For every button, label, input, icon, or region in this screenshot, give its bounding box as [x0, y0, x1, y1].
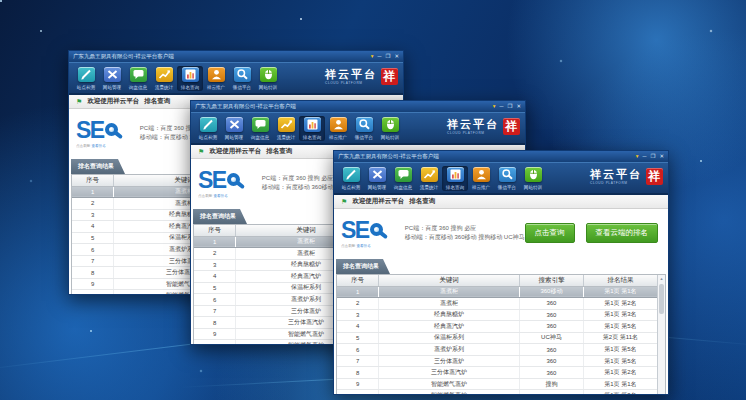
- table-row[interactable]: 5保温柜系列UC神马第2页 第11名: [337, 332, 657, 344]
- window-controls: ▾ ─ ❐ ✕: [371, 54, 399, 60]
- close-button[interactable]: ✕: [659, 154, 664, 160]
- table-row[interactable]: 7三分体蒸炉360第1页 第5名: [337, 355, 657, 367]
- toolbar-item-label: 询盘信息: [127, 84, 149, 90]
- scrollbar-thumb[interactable]: [659, 284, 664, 314]
- site-training-icon: [525, 167, 542, 182]
- cloud-rank-button[interactable]: 查看云端的排名: [586, 223, 659, 243]
- tab-rank-results[interactable]: 排名查询结果: [336, 259, 390, 274]
- table-cell: 8: [72, 267, 114, 279]
- table-row[interactable]: 10智能燃气蒸炉360第1页 第3名: [337, 390, 657, 395]
- toolbar-item-site-training[interactable]: 网站特训: [255, 66, 281, 91]
- toolbar-item-site-training[interactable]: 网站特训: [377, 116, 403, 141]
- table-cell: 三分体蒸炉: [379, 355, 520, 367]
- brand-subtitle: CLOUD PLATFORM: [325, 81, 377, 85]
- table-row[interactable]: 2蒸煮柜360第1页 第2名: [337, 298, 657, 310]
- table-cell: 经典蒸汽炉: [379, 321, 520, 333]
- toolbar-item-site-manage[interactable]: 网站管理: [99, 66, 125, 91]
- tab-rank-results[interactable]: 排名查询结果: [193, 209, 247, 224]
- toolbar-item-inquiry-message[interactable]: 询盘信息: [125, 66, 151, 91]
- query-button[interactable]: 点击查询: [525, 223, 575, 243]
- table-cell: 4: [337, 321, 379, 333]
- section-title: 排名查询: [266, 147, 292, 156]
- toolbar-item-wechat-platform[interactable]: 微信平台: [494, 166, 520, 191]
- table-row[interactable]: 8三分体蒸汽炉360第1页 第2名: [337, 367, 657, 379]
- toolbar-item-traffic-stats[interactable]: 流量统计: [151, 66, 177, 91]
- minimize-button[interactable]: ─: [643, 154, 647, 160]
- skin-menu-icon[interactable]: ▾: [493, 104, 496, 110]
- seo-logo-text: SE: [198, 169, 226, 191]
- table-cell: 2: [194, 248, 236, 260]
- window-titlebar[interactable]: 广东九鼎王厨具有限公司-祥云平台客户端 ▾ ─ ❐ ✕: [69, 51, 403, 62]
- table-cell: 360: [519, 321, 583, 333]
- brand-seal-icon: 祥: [381, 68, 398, 85]
- toolbar-item-traffic-stats[interactable]: 流量统计: [416, 166, 442, 191]
- skin-menu-icon[interactable]: ▾: [636, 154, 639, 160]
- toolbar-item-site-manage[interactable]: 网站管理: [364, 166, 390, 191]
- table-cell: 保温柜系列: [379, 332, 520, 344]
- toolbar-item-site-check[interactable]: 站点检测: [338, 166, 364, 191]
- toolbar-item-promotion[interactable]: 祥云推广: [468, 166, 494, 191]
- brand-seal-icon: 祥: [646, 168, 663, 185]
- toolbar-item-label: 网站管理: [366, 184, 388, 190]
- brand-name: 祥云平台: [447, 119, 499, 130]
- table-cell: 9: [194, 328, 236, 340]
- table-row[interactable]: 9智能燃气蒸炉搜狗第1页 第1名: [337, 378, 657, 390]
- close-button[interactable]: ✕: [516, 104, 521, 110]
- skin-menu-icon[interactable]: ▾: [371, 54, 374, 60]
- wechat-platform-icon: [499, 167, 516, 182]
- table-cell: 第1页 第3名: [583, 309, 657, 321]
- promotion-icon: [330, 117, 347, 132]
- table-row[interactable]: 4经典蒸汽炉360第1页 第5名: [337, 321, 657, 333]
- window-titlebar[interactable]: 广东九鼎王厨具有限公司-祥云平台客户端 ▾ ─ ❐ ✕: [334, 151, 668, 162]
- toolbar-item-label: 流量统计: [153, 84, 175, 90]
- toolbar-item-label: 网站特训: [379, 134, 401, 140]
- toolbar-item-site-check[interactable]: 站点检测: [73, 66, 99, 91]
- table-cell: 10: [194, 340, 236, 345]
- site-manage-icon: [104, 67, 121, 82]
- content-area: SE 点击刷新 查看排名 PC端：百度 360 搜狗 必应 移动端：百度移动 3…: [334, 209, 668, 395]
- toolbar-item-rank-query[interactable]: 排名查询: [442, 166, 468, 191]
- column-header-index: 序号: [194, 225, 236, 236]
- magnifier-icon: [370, 223, 383, 236]
- toolbar-item-site-training[interactable]: 网站特训: [520, 166, 546, 191]
- toolbar-item-wechat-platform[interactable]: 微信平台: [229, 66, 255, 91]
- table-scrollbar[interactable]: ▲: [657, 275, 665, 395]
- toolbar-item-rank-query[interactable]: 排名查询: [177, 66, 203, 91]
- table-cell: 第1页 第2名: [583, 367, 657, 379]
- inquiry-message-icon: [395, 167, 412, 182]
- scroll-up-icon[interactable]: ▲: [660, 275, 664, 283]
- maximize-button[interactable]: ❐: [507, 104, 512, 110]
- tab-rank-results[interactable]: 排名查询结果: [71, 159, 125, 174]
- brand-text: 祥云平台 CLOUD PLATFORM: [325, 69, 377, 85]
- table-row[interactable]: 3经典熬糖炉360第1页 第3名: [337, 309, 657, 321]
- maximize-button[interactable]: ❐: [385, 54, 390, 60]
- toolbar-item-promotion[interactable]: 祥云推广: [203, 66, 229, 91]
- window-titlebar[interactable]: 广东九鼎王厨具有限公司-祥云平台客户端 ▾ ─ ❐ ✕: [191, 101, 525, 112]
- table-cell: 第2页 第11名: [583, 332, 657, 344]
- close-button[interactable]: ✕: [394, 54, 399, 60]
- toolbar-item-site-manage[interactable]: 网站管理: [221, 116, 247, 141]
- toolbar-items: 站点检测网站管理询盘信息流量统计排名查询祥云推广微信平台网站特训: [195, 116, 403, 141]
- rank-query-icon: [447, 167, 464, 182]
- table-row[interactable]: 1蒸煮柜360移动第1页 第1名: [337, 286, 657, 298]
- table-cell: 1: [72, 186, 114, 198]
- minimize-button[interactable]: ─: [500, 104, 504, 110]
- table-cell: 三分体蒸汽炉: [379, 367, 520, 379]
- seo-caption: 点击刷新 查看排名: [341, 243, 391, 248]
- window-title: 广东九鼎王厨具有限公司-祥云平台客户端: [338, 153, 439, 160]
- minimize-button[interactable]: ─: [378, 54, 382, 60]
- toolbar-item-inquiry-message[interactable]: 询盘信息: [247, 116, 273, 141]
- table-cell: 360: [519, 390, 583, 395]
- toolbar-item-rank-query[interactable]: 排名查询: [299, 116, 325, 141]
- toolbar-item-inquiry-message[interactable]: 询盘信息: [390, 166, 416, 191]
- table-cell: 1: [194, 236, 236, 248]
- brand-name: 祥云平台: [590, 169, 642, 180]
- promotion-icon: [473, 167, 490, 182]
- toolbar-item-wechat-platform[interactable]: 微信平台: [351, 116, 377, 141]
- maximize-button[interactable]: ❐: [650, 154, 655, 160]
- toolbar-item-site-check[interactable]: 站点检测: [195, 116, 221, 141]
- brand-name: 祥云平台: [325, 69, 377, 80]
- toolbar-item-promotion[interactable]: 祥云推广: [325, 116, 351, 141]
- table-row[interactable]: 6蒸煮炉系列360第1页 第5名: [337, 344, 657, 356]
- toolbar-item-traffic-stats[interactable]: 流量统计: [273, 116, 299, 141]
